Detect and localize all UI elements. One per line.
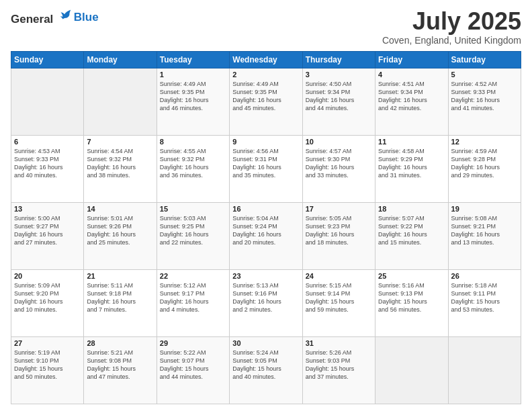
day-number: 20 [14, 272, 81, 280]
calendar-cell: 18Sunrise: 5:07 AM Sunset: 9:22 PM Dayli… [375, 202, 448, 269]
calendar-cell: 25Sunrise: 5:16 AM Sunset: 9:13 PM Dayli… [375, 269, 448, 336]
day-info: Sunrise: 5:16 AM Sunset: 9:13 PM Dayligh… [378, 281, 445, 314]
day-number: 10 [306, 138, 372, 146]
day-info: Sunrise: 5:24 AM Sunset: 9:05 PM Dayligh… [232, 349, 299, 381]
day-info: Sunrise: 5:03 AM Sunset: 9:25 PM Dayligh… [160, 214, 226, 247]
day-info: Sunrise: 5:15 AM Sunset: 9:14 PM Dayligh… [306, 281, 372, 314]
day-info: Sunrise: 5:00 AM Sunset: 9:27 PM Dayligh… [14, 214, 81, 247]
calendar-cell: 31Sunrise: 5:26 AM Sunset: 9:03 PM Dayli… [302, 336, 375, 404]
day-number: 21 [87, 272, 153, 280]
day-info: Sunrise: 5:09 AM Sunset: 9:20 PM Dayligh… [14, 281, 81, 314]
calendar: SundayMondayTuesdayWednesdayThursdayFrid… [11, 51, 521, 404]
calendar-cell: 8Sunrise: 4:55 AM Sunset: 9:32 PM Daylig… [157, 135, 229, 202]
day-info: Sunrise: 4:49 AM Sunset: 9:35 PM Dayligh… [232, 80, 299, 113]
calendar-cell: 11Sunrise: 4:58 AM Sunset: 9:29 PM Dayli… [375, 135, 448, 202]
day-number: 5 [451, 71, 518, 79]
day-number: 14 [87, 205, 153, 213]
day-number: 19 [451, 205, 518, 213]
day-number: 22 [160, 272, 226, 280]
calendar-cell [375, 336, 448, 404]
logo-general: General [11, 13, 53, 26]
calendar-cell [11, 68, 84, 135]
calendar-cell: 4Sunrise: 4:51 AM Sunset: 9:34 PM Daylig… [375, 68, 448, 135]
weekday-header-thursday: Thursday [302, 51, 375, 68]
day-number: 1 [160, 71, 226, 79]
day-info: Sunrise: 4:51 AM Sunset: 9:34 PM Dayligh… [378, 80, 445, 113]
weekday-header-row: SundayMondayTuesdayWednesdayThursdayFrid… [11, 51, 521, 68]
day-number: 11 [378, 138, 445, 146]
day-number: 9 [232, 138, 299, 146]
title-block: July 2025 Coven, England, United Kingdom [382, 8, 521, 46]
day-info: Sunrise: 4:50 AM Sunset: 9:34 PM Dayligh… [306, 80, 372, 113]
day-info: Sunrise: 4:55 AM Sunset: 9:32 PM Dayligh… [160, 147, 226, 180]
calendar-cell: 29Sunrise: 5:22 AM Sunset: 9:07 PM Dayli… [157, 336, 229, 404]
weekday-header-tuesday: Tuesday [157, 51, 229, 68]
calendar-cell: 22Sunrise: 5:12 AM Sunset: 9:17 PM Dayli… [157, 269, 229, 336]
calendar-cell: 7Sunrise: 4:54 AM Sunset: 9:32 PM Daylig… [84, 135, 157, 202]
calendar-cell [448, 336, 521, 404]
day-number: 26 [451, 272, 518, 280]
logo-bird-icon [58, 8, 73, 23]
day-info: Sunrise: 4:59 AM Sunset: 9:28 PM Dayligh… [451, 147, 518, 180]
day-info: Sunrise: 4:54 AM Sunset: 9:32 PM Dayligh… [87, 147, 153, 180]
day-info: Sunrise: 5:01 AM Sunset: 9:26 PM Dayligh… [87, 214, 153, 247]
day-number: 7 [87, 138, 153, 146]
calendar-cell: 16Sunrise: 5:04 AM Sunset: 9:24 PM Dayli… [230, 202, 302, 269]
weekday-header-friday: Friday [375, 51, 448, 68]
week-row-3: 13Sunrise: 5:00 AM Sunset: 9:27 PM Dayli… [11, 202, 521, 269]
week-row-4: 20Sunrise: 5:09 AM Sunset: 9:20 PM Dayli… [11, 269, 521, 336]
logo: General Blue [11, 8, 99, 26]
day-number: 25 [378, 272, 445, 280]
calendar-cell: 3Sunrise: 4:50 AM Sunset: 9:34 PM Daylig… [302, 68, 375, 135]
calendar-cell: 13Sunrise: 5:00 AM Sunset: 9:27 PM Dayli… [11, 202, 84, 269]
calendar-cell: 10Sunrise: 4:57 AM Sunset: 9:30 PM Dayli… [302, 135, 375, 202]
header: General Blue July 2025 Coven, England, U… [11, 8, 521, 46]
day-number: 29 [160, 339, 226, 347]
calendar-cell: 17Sunrise: 5:05 AM Sunset: 9:23 PM Dayli… [302, 202, 375, 269]
calendar-cell: 9Sunrise: 4:56 AM Sunset: 9:31 PM Daylig… [230, 135, 302, 202]
calendar-cell: 26Sunrise: 5:18 AM Sunset: 9:11 PM Dayli… [448, 269, 521, 336]
day-number: 28 [87, 339, 153, 347]
day-number: 4 [378, 71, 445, 79]
week-row-2: 6Sunrise: 4:53 AM Sunset: 9:33 PM Daylig… [11, 135, 521, 202]
day-number: 13 [14, 205, 81, 213]
day-number: 31 [306, 339, 372, 347]
day-info: Sunrise: 5:08 AM Sunset: 9:21 PM Dayligh… [451, 214, 518, 247]
logo-blue: Blue [74, 11, 99, 24]
weekday-header-sunday: Sunday [11, 51, 84, 68]
day-number: 2 [232, 71, 299, 79]
day-info: Sunrise: 4:53 AM Sunset: 9:33 PM Dayligh… [14, 147, 81, 180]
day-number: 23 [232, 272, 299, 280]
main-title: July 2025 [382, 8, 521, 35]
day-info: Sunrise: 5:05 AM Sunset: 9:23 PM Dayligh… [306, 214, 372, 247]
calendar-cell: 23Sunrise: 5:13 AM Sunset: 9:16 PM Dayli… [230, 269, 302, 336]
day-info: Sunrise: 5:22 AM Sunset: 9:07 PM Dayligh… [160, 349, 226, 381]
calendar-cell: 5Sunrise: 4:52 AM Sunset: 9:33 PM Daylig… [448, 68, 521, 135]
calendar-cell: 12Sunrise: 4:59 AM Sunset: 9:28 PM Dayli… [448, 135, 521, 202]
day-number: 30 [232, 339, 299, 347]
day-info: Sunrise: 4:52 AM Sunset: 9:33 PM Dayligh… [451, 80, 518, 113]
calendar-cell: 2Sunrise: 4:49 AM Sunset: 9:35 PM Daylig… [230, 68, 302, 135]
day-info: Sunrise: 5:18 AM Sunset: 9:11 PM Dayligh… [451, 281, 518, 314]
day-info: Sunrise: 4:56 AM Sunset: 9:31 PM Dayligh… [232, 147, 299, 180]
calendar-cell: 19Sunrise: 5:08 AM Sunset: 9:21 PM Dayli… [448, 202, 521, 269]
day-info: Sunrise: 4:57 AM Sunset: 9:30 PM Dayligh… [306, 147, 372, 180]
weekday-header-wednesday: Wednesday [230, 51, 302, 68]
day-number: 17 [306, 205, 372, 213]
day-number: 3 [306, 71, 372, 79]
page: General Blue July 2025 Coven, England, U… [0, 0, 532, 411]
calendar-cell: 6Sunrise: 4:53 AM Sunset: 9:33 PM Daylig… [11, 135, 84, 202]
day-info: Sunrise: 4:49 AM Sunset: 9:35 PM Dayligh… [160, 80, 226, 113]
calendar-cell [84, 68, 157, 135]
calendar-cell: 30Sunrise: 5:24 AM Sunset: 9:05 PM Dayli… [230, 336, 302, 404]
calendar-cell: 28Sunrise: 5:21 AM Sunset: 9:08 PM Dayli… [84, 336, 157, 404]
calendar-cell: 1Sunrise: 4:49 AM Sunset: 9:35 PM Daylig… [157, 68, 229, 135]
week-row-1: 1Sunrise: 4:49 AM Sunset: 9:35 PM Daylig… [11, 68, 521, 135]
day-number: 12 [451, 138, 518, 146]
day-number: 8 [160, 138, 226, 146]
calendar-cell: 20Sunrise: 5:09 AM Sunset: 9:20 PM Dayli… [11, 269, 84, 336]
calendar-cell: 21Sunrise: 5:11 AM Sunset: 9:18 PM Dayli… [84, 269, 157, 336]
day-info: Sunrise: 5:26 AM Sunset: 9:03 PM Dayligh… [306, 349, 372, 381]
subtitle: Coven, England, United Kingdom [382, 35, 521, 46]
day-info: Sunrise: 4:58 AM Sunset: 9:29 PM Dayligh… [378, 147, 445, 180]
